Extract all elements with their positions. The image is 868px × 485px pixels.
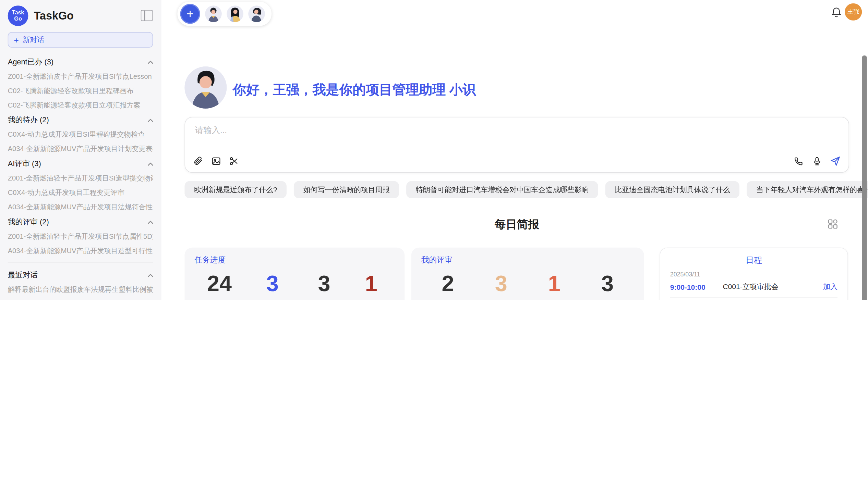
sidebar-section-header[interactable]: 我的评审 (2) — [8, 214, 153, 229]
logo-line1: Task — [12, 9, 24, 15]
app-window: Task Go TaskGo + 新对话 Agent已办 (3)Z001-全新燃… — [0, 0, 868, 300]
vertical-scrollbar-thumb[interactable] — [862, 55, 867, 300]
sidebar-section-title: Agent已办 (3) — [8, 57, 53, 67]
sidebar-section-title: AI评审 (3) — [8, 159, 41, 169]
notification-bell-icon[interactable] — [831, 7, 842, 17]
chevron-up-icon[interactable] — [147, 60, 153, 63]
input-actions — [793, 156, 841, 166]
stat-value: 3 — [601, 271, 614, 296]
card-title: 我的评审 — [421, 255, 634, 265]
stat-value: 3 — [318, 271, 330, 296]
stat-item: 24新增完成任务 — [198, 271, 240, 300]
vertical-scrollbar[interactable] — [861, 31, 868, 300]
stat-item: 2进行中 — [429, 271, 467, 300]
stat-item: 3我的待办 — [305, 271, 343, 300]
agent-avatar-1[interactable] — [205, 5, 222, 22]
stat-value: 2 — [442, 271, 454, 296]
stat-item: 3待评审 — [588, 271, 627, 300]
sidebar-section-header[interactable]: AI评审 (3) — [8, 156, 153, 171]
new-chat-button[interactable]: + 新对话 — [8, 32, 153, 48]
app-title: TaskGo — [34, 9, 141, 22]
event-time: 9:00-10:00 — [670, 283, 723, 291]
sidebar-header: Task Go TaskGo — [8, 4, 153, 27]
sidebar-item[interactable]: A034-全新新能源MUV产品开发项目法规符合性评审 — [8, 200, 153, 214]
sidebar-item[interactable]: C0X4-动力总成开发项目SI里程碑提交物检查 — [8, 127, 153, 142]
sidebar-section-title: 我的评审 (2) — [8, 217, 49, 227]
sidebar-section-header[interactable]: 最近对话 — [8, 268, 153, 283]
stat-value: 24 — [207, 271, 232, 296]
suggestion-chips: 欧洲新规最近颁布了什么?如何写一份清晰的项目周报特朗普可能对进口汽车增税会对中国… — [184, 181, 849, 198]
sidebar-item[interactable]: C02-飞腾新能源轻客改款项目立项汇报方案 — [8, 98, 153, 112]
user-avatar[interactable]: 王强 — [845, 3, 862, 21]
voice-call-icon[interactable] — [793, 156, 804, 166]
briefing-layout-icon[interactable] — [828, 219, 838, 229]
send-icon[interactable] — [830, 156, 841, 166]
chevron-up-icon[interactable] — [147, 118, 153, 122]
schedule-title: 日程 — [670, 255, 837, 266]
sidebar-section-title: 我的待办 (2) — [8, 115, 49, 125]
event-row: 9:00-10:00C001-立项审批会加入 — [670, 282, 837, 292]
stat-item: 3新增AI完成任务 — [249, 271, 297, 300]
user-name: 王强 — [847, 8, 859, 16]
sidebar-item[interactable]: A034-全新新能源MUV产品开发项目造型可行性评审 — [8, 244, 153, 258]
chevron-up-icon[interactable] — [147, 273, 153, 277]
app-logo: Task Go — [8, 5, 28, 26]
plus-icon: + — [14, 36, 19, 44]
card-title: 任务进度 — [195, 255, 395, 265]
main-area: + — [161, 0, 868, 300]
suggestion-chip[interactable]: 当下年轻人对汽车外观有怎样的喜好趋势 — [747, 181, 868, 198]
suggestion-chip[interactable]: 特朗普可能对进口汽车增税会对中国车企造成哪些影响 — [407, 181, 598, 198]
sidebar-item[interactable]: Z001-全新燃油轻卡产品开发项目SI节点属性5D文件评审 — [8, 229, 153, 244]
sidebar-collapse-icon[interactable] — [141, 10, 153, 21]
suggestion-chip[interactable]: 欧洲新规最近颁布了什么? — [184, 181, 287, 198]
sidebar-section-header[interactable]: 我的待办 (2) — [8, 112, 153, 127]
attach-file-icon[interactable] — [193, 156, 204, 166]
stat-value: 3 — [266, 271, 279, 296]
event-title: C001-立项审批会 — [723, 282, 823, 292]
schedule-event: 2025/03/1113:00-14:30C003|H0B-方案冻结评审加入 — [670, 297, 837, 300]
my-review-card: 我的评审 2进行中3AI预评审1已逾期3待评审 — [411, 248, 644, 300]
stat-value: 1 — [548, 271, 560, 296]
attach-image-icon[interactable] — [210, 156, 221, 166]
person-icon — [184, 66, 227, 109]
agent-avatars-bar: + — [177, 2, 272, 26]
agent-avatar-3[interactable] — [248, 5, 265, 22]
suggestion-chip[interactable]: 比亚迪全固态电池计划具体说了什么 — [605, 181, 739, 198]
sidebar-sections: Agent已办 (3)Z001-全新燃油皮卡产品开发项目SI节点Lesson L… — [0, 54, 161, 300]
chevron-up-icon[interactable] — [147, 162, 153, 165]
stat-value: 1 — [365, 271, 377, 296]
sidebar-item[interactable]: Z001-全新燃油皮卡产品开发项目SI节点Lesson Learn报告 — [8, 69, 153, 84]
task-progress-stats: 24新增完成任务3新增AI完成任务3我的待办1已逾期 — [195, 271, 395, 300]
schedule-panel: 日程 2025/03/119:00-10:00C001-立项审批会加入2025/… — [660, 248, 848, 300]
chat-input[interactable] — [194, 124, 840, 151]
greeting-text: 你好，王强，我是你的项目管理助理 小识 — [233, 81, 476, 99]
schedule-event: 2025/03/119:00-10:00C001-立项审批会加入 — [670, 266, 837, 297]
sidebar-item[interactable]: C02-飞腾新能源轻客改款项目里程碑画布 — [8, 84, 153, 98]
stat-item: 3AI预评审 — [482, 271, 520, 300]
sidebar-item[interactable]: 解释最新出台的欧盟报废车法规再生塑料比例被调至15%... — [8, 283, 153, 297]
suggestion-chip[interactable]: 如何写一份清晰的项目周报 — [294, 181, 399, 198]
sidebar-section-header[interactable]: Agent已办 (3) — [8, 54, 153, 69]
input-attachments — [193, 156, 240, 166]
stat-value: 3 — [495, 271, 507, 296]
microphone-icon[interactable] — [811, 156, 822, 166]
sidebar-item[interactable]: C0X4-动力总成开发项目工程变更评审 — [8, 186, 153, 200]
agent-avatar-2[interactable] — [227, 5, 243, 22]
my-review-stats: 2进行中3AI预评审1已逾期3待评审 — [421, 271, 634, 300]
screenshot-scissors-icon[interactable] — [228, 156, 239, 166]
chevron-up-icon[interactable] — [147, 220, 153, 224]
sidebar-item[interactable]: Z001-全新燃油轻卡产品开发项目SI造型提交物评审 — [8, 171, 153, 186]
sidebar-divider — [8, 262, 153, 263]
event-date: 2025/03/11 — [670, 271, 837, 277]
stat-item: 1已逾期 — [352, 271, 390, 300]
sidebar-item[interactable]: C02-飞腾新能源轻客改款项目的闭环通告反馈情况 — [8, 297, 153, 300]
join-button[interactable]: 加入 — [823, 282, 837, 292]
new-chat-label: 新对话 — [23, 35, 44, 45]
sidebar-section-title: 最近对话 — [8, 270, 38, 280]
sidebar-item[interactable]: A034-全新新能源MUV产品开发项目计划变更表编写 — [8, 142, 153, 156]
chat-input-card — [184, 117, 849, 173]
task-progress-card: 任务进度 24新增完成任务3新增AI完成任务3我的待办1已逾期 — [184, 248, 405, 300]
add-agent-button[interactable]: + — [180, 4, 200, 24]
logo-line2: Go — [14, 15, 22, 22]
briefing-title: 每日简报 — [184, 217, 849, 232]
